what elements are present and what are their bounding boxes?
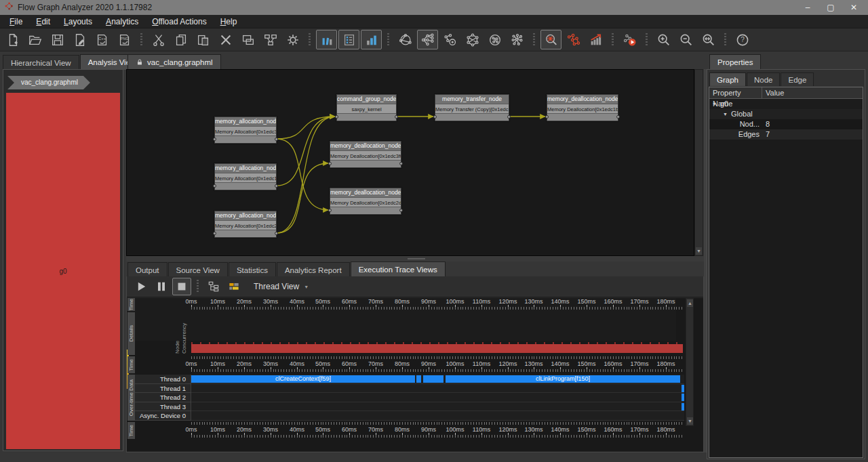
graph-canvas[interactable]: memory_allocation_nodeMemory Allocation[… [126,69,694,256]
property-row-edges[interactable]: Edges7 [709,129,863,140]
menu-file[interactable]: File [3,16,29,28]
subtab-node[interactable]: Node [747,72,781,86]
save-file-button[interactable] [47,30,68,49]
trace-event-bar[interactable]: clCreateContext[f59] [191,375,415,383]
paste-button[interactable] [193,30,214,49]
tab-analytics-report[interactable]: Analytics Report [277,262,350,277]
minimize-button[interactable]: – [796,0,819,15]
output-port[interactable] [399,209,403,212]
input-port[interactable] [335,115,338,119]
trace-event-bar[interactable] [423,375,443,383]
expand-caret-icon[interactable]: ▼ [712,99,717,109]
output-port[interactable] [275,138,278,141]
trace-event-bar[interactable] [682,385,684,392]
property-row-g0[interactable]: ▼g0 [709,99,863,109]
zoom-reset-button[interactable] [698,30,719,49]
trace-vertical-scrollbar[interactable]: ▲▼ [686,298,694,426]
output-port[interactable] [395,115,398,119]
stop-button[interactable] [172,278,191,295]
statistics-view-button[interactable] [361,30,382,49]
new-file-button[interactable] [2,30,23,49]
graph-edge[interactable] [277,163,328,233]
force-layout-button[interactable] [484,30,505,49]
graph-node[interactable]: memory_deallocation_nodeMemory Deallocat… [330,141,401,168]
group-nodes-button[interactable] [237,30,258,49]
trace-event-bar[interactable]: clLinkProgram[f150] [446,375,680,383]
trace-event-bar[interactable] [682,403,684,411]
maximize-button[interactable]: ▢ [819,0,842,15]
output-port[interactable] [399,162,403,165]
preferences-gear-button[interactable] [282,30,303,49]
delete-button[interactable] [215,30,236,49]
input-port[interactable] [328,162,332,165]
play-button[interactable] [132,278,151,295]
input-port[interactable] [545,115,549,119]
zoom-out-button[interactable] [675,30,696,49]
input-port[interactable] [213,138,216,141]
expand-caret-icon[interactable]: ▼ [723,109,728,119]
open-file-button[interactable] [24,30,45,49]
tab-properties[interactable]: Properties [709,54,761,70]
tree-layout-button[interactable] [417,30,438,49]
breadcrumb[interactable]: vac_clang.graphml [7,76,90,89]
graph-edge[interactable] [277,117,335,233]
graph-edge[interactable] [277,117,335,139]
output-port[interactable] [275,232,278,235]
graph-edge[interactable] [277,117,335,186]
flat-view-button[interactable] [204,278,223,295]
graph-node[interactable]: memory_allocation_nodeMemory Allocation[… [214,163,277,190]
graph-node[interactable]: memory_deallocation_nodeMemory Deallocat… [330,188,401,215]
graph-edge[interactable] [277,139,328,210]
critical-path-button[interactable] [563,30,584,49]
trace-event-bar[interactable] [682,394,684,401]
canvas-vertical-scrollbar[interactable]: ▼ [694,69,703,256]
scroll-up-button[interactable]: ▲ [687,299,693,307]
scroll-down-button[interactable]: ▼ [687,417,693,425]
tab-output[interactable]: Output [127,262,167,277]
input-port[interactable] [328,209,332,212]
scroll-down-button[interactable]: ▼ [696,247,702,255]
trace-event-bar[interactable] [416,375,421,383]
tab-vac-clang-graphml[interactable]: vac_clang.graphml [127,54,221,70]
output-port[interactable] [275,184,278,188]
menu-analytics[interactable]: Analytics [99,16,145,28]
targeted-layout-button[interactable] [439,30,460,49]
subtab-edge[interactable]: Edge [781,72,814,86]
property-row-nod[interactable]: Nod...8 [709,119,863,129]
export-png-button[interactable]: PNG [114,30,135,49]
performance-chart-button[interactable] [585,30,606,49]
column-header-property-name[interactable]: Property Name [709,87,762,98]
close-button[interactable]: ✕ [842,0,865,15]
horizontal-splitter[interactable] [126,256,704,261]
graph-node[interactable]: memory_allocation_nodeMemory Allocation[… [214,211,277,238]
tab-hierarchical-view[interactable]: Hierarchical View [3,55,79,70]
histogram-view-button[interactable] [316,30,337,49]
circular-layout-button[interactable] [462,30,483,49]
menu-layouts[interactable]: Layouts [57,16,99,28]
find-node-button[interactable] [540,30,561,49]
pause-button[interactable] [152,278,171,295]
color-map-button[interactable] [224,278,243,295]
tab-execution-trace-views[interactable]: Execution Trace Views [351,261,446,277]
layout-graph-button[interactable] [260,30,281,49]
help-button[interactable]: ? [732,30,753,49]
thread-view-dropdown[interactable]: Thread View ▼ [254,282,309,291]
zoom-in-button[interactable] [653,30,674,49]
concurrency-bar[interactable] [191,344,683,353]
menu-edit[interactable]: Edit [29,16,57,28]
graph-node[interactable]: memory_allocation_nodeMemory Allocation[… [214,117,277,144]
graph-node[interactable]: command_group_nodesaxpy_kernel [336,94,397,121]
graph-node[interactable]: memory_deallocation_nodeMemory Deallocat… [547,94,618,121]
input-port[interactable] [433,115,437,119]
input-port[interactable] [213,184,216,188]
cut-button[interactable] [148,30,169,49]
rule-check-view-button[interactable] [338,30,359,49]
edit-graph-button[interactable] [69,30,90,49]
tab-source-view[interactable]: Source View [168,262,228,277]
column-header-value[interactable]: Value [762,87,784,98]
graph-node[interactable]: memory_transfer_nodeMemory Transfer (Cop… [435,94,509,121]
output-port[interactable] [507,115,511,119]
subtab-graph[interactable]: Graph [709,72,746,86]
output-port[interactable] [616,115,620,119]
run-trace-button[interactable] [619,30,640,49]
